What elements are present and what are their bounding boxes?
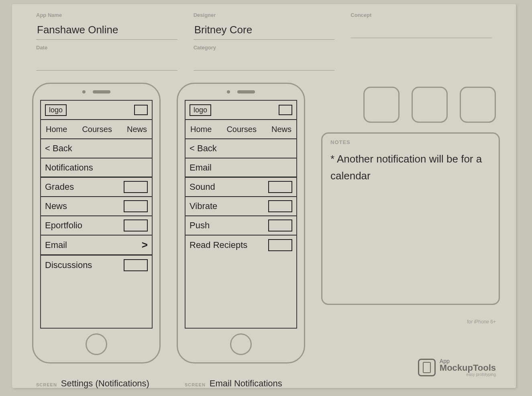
speaker-slot-icon bbox=[93, 90, 110, 93]
speaker-slot-icon bbox=[237, 90, 255, 93]
menu-icon[interactable] bbox=[134, 105, 148, 115]
section-title: Email bbox=[190, 162, 212, 173]
phones-area: logo Home Courses News < Back Notificati… bbox=[12, 71, 516, 364]
logo-placeholder[interactable]: logo bbox=[45, 104, 67, 116]
item-label-vibrate: Vibrate bbox=[190, 201, 217, 211]
screen-name-1: SCREEN Settings (Notifications) bbox=[36, 378, 149, 389]
nav-row: Home Courses News bbox=[41, 120, 152, 139]
for-device-label: for iPhone 6+ bbox=[467, 319, 496, 325]
screen-name-2: SCREEN Email Notifications bbox=[185, 378, 282, 389]
item-label-email: Email bbox=[45, 240, 67, 250]
field-blank bbox=[351, 45, 492, 71]
home-button[interactable] bbox=[86, 333, 107, 355]
nav-home[interactable]: Home bbox=[45, 125, 68, 134]
nav-row: Home Courses News bbox=[185, 120, 296, 139]
thumbnail-squares bbox=[321, 87, 500, 123]
notes-label: NOTES bbox=[330, 139, 491, 145]
brand-line2: MockupTools bbox=[440, 363, 496, 373]
label-app-name: App Name bbox=[36, 12, 177, 18]
back-label: < Back bbox=[45, 143, 72, 154]
list-item[interactable]: Eportfolio bbox=[41, 216, 152, 236]
screen-prefix: SCREEN bbox=[185, 382, 206, 387]
label-concept: Concept bbox=[351, 12, 492, 18]
toggle-eportfolio[interactable] bbox=[124, 219, 148, 232]
item-label-read-receipts: Read Reciepts bbox=[190, 240, 247, 250]
list-item[interactable]: Email > bbox=[41, 236, 152, 256]
screen-prefix: SCREEN bbox=[36, 382, 57, 387]
section-title-row: Notifications bbox=[41, 158, 152, 178]
thumbnail-square[interactable] bbox=[363, 87, 400, 123]
meta-row-1: App Name Fanshawe Online Designer Britne… bbox=[12, 4, 516, 40]
label-date: Date bbox=[36, 45, 177, 51]
item-label-discussions: Discussions bbox=[45, 260, 92, 270]
list-item[interactable]: Read Reciepts bbox=[185, 236, 296, 255]
section-title: Notifications bbox=[45, 162, 93, 173]
meta-row-2: Date Category bbox=[12, 40, 516, 71]
list-item[interactable]: Grades bbox=[41, 178, 152, 197]
header-row: logo bbox=[185, 101, 296, 120]
list-item[interactable]: Push bbox=[185, 216, 296, 236]
camera-dot-icon bbox=[82, 90, 86, 93]
toggle-discussions[interactable] bbox=[124, 259, 148, 271]
phone-frame-1: logo Home Courses News < Back Notificati… bbox=[32, 83, 161, 364]
nav-courses[interactable]: Courses bbox=[81, 125, 112, 134]
section-title-row: Email bbox=[185, 158, 296, 178]
phone-top-2 bbox=[178, 84, 304, 100]
label-category: Category bbox=[194, 45, 335, 51]
list-item[interactable]: Sound bbox=[185, 178, 296, 197]
brand-text: App MockupTools easy prototyping bbox=[440, 358, 496, 377]
value-app-name[interactable]: Fanshawe Online bbox=[36, 22, 177, 40]
back-label: < Back bbox=[190, 143, 217, 154]
toggle-vibrate[interactable] bbox=[268, 200, 292, 212]
home-button[interactable] bbox=[230, 333, 252, 355]
field-category: Category bbox=[194, 45, 335, 71]
thumbnail-square[interactable] bbox=[412, 87, 448, 123]
toggle-grades[interactable] bbox=[124, 181, 148, 193]
label-designer: Designer bbox=[194, 12, 335, 18]
phone-top-1 bbox=[33, 84, 159, 100]
screen-name-text[interactable]: Settings (Notifications) bbox=[61, 378, 149, 389]
field-designer: Designer Britney Core bbox=[194, 12, 335, 40]
phone-frame-2: logo Home Courses News < Back Email Soun… bbox=[177, 83, 305, 364]
camera-dot-icon bbox=[227, 90, 230, 93]
item-label-sound: Sound bbox=[190, 182, 215, 192]
value-designer[interactable]: Britney Core bbox=[194, 22, 335, 40]
screen-name-text[interactable]: Email Notifications bbox=[210, 378, 282, 389]
notes-box: NOTES * Another notification will be for… bbox=[321, 132, 500, 305]
toggle-sound[interactable] bbox=[268, 181, 292, 193]
branding: App MockupTools easy prototyping bbox=[418, 358, 496, 377]
thumbnail-square[interactable] bbox=[460, 87, 496, 123]
nav-courses[interactable]: Courses bbox=[226, 125, 257, 134]
header-row: logo bbox=[41, 101, 152, 120]
list-item[interactable]: News bbox=[41, 197, 152, 216]
value-concept[interactable] bbox=[351, 22, 492, 38]
item-label-eportfolio: Eportfolio bbox=[45, 220, 82, 231]
logo-placeholder[interactable]: logo bbox=[190, 104, 211, 116]
list-item[interactable]: Vibrate bbox=[185, 197, 296, 216]
list-item[interactable]: Discussions bbox=[41, 256, 152, 275]
toggle-read-receipts[interactable] bbox=[268, 239, 292, 251]
value-category[interactable] bbox=[194, 55, 335, 71]
nav-home[interactable]: Home bbox=[190, 125, 212, 134]
value-date[interactable] bbox=[36, 55, 177, 71]
field-app-name: App Name Fanshawe Online bbox=[36, 12, 177, 40]
field-concept: Concept bbox=[351, 12, 492, 40]
brand-icon bbox=[418, 359, 436, 376]
chevron-right-icon: > bbox=[142, 239, 148, 251]
item-label-grades: Grades bbox=[45, 182, 74, 192]
toggle-news[interactable] bbox=[124, 200, 148, 212]
phone-screen-1: logo Home Courses News < Back Notificati… bbox=[40, 100, 153, 329]
back-row[interactable]: < Back bbox=[41, 139, 152, 158]
field-date: Date bbox=[36, 45, 177, 71]
item-label-news: News bbox=[45, 201, 67, 211]
phone-pencil-icon bbox=[423, 362, 431, 373]
nav-news[interactable]: News bbox=[271, 125, 292, 134]
toggle-push[interactable] bbox=[268, 219, 292, 232]
menu-icon[interactable] bbox=[279, 105, 292, 115]
phone-screen-2: logo Home Courses News < Back Email Soun… bbox=[185, 100, 297, 329]
item-label-push: Push bbox=[190, 220, 210, 231]
nav-news[interactable]: News bbox=[126, 125, 148, 134]
back-row[interactable]: < Back bbox=[185, 139, 296, 158]
worksheet-paper: App Name Fanshawe Online Designer Britne… bbox=[12, 4, 516, 388]
notes-text[interactable]: * Another notification will be for a cal… bbox=[330, 151, 491, 184]
